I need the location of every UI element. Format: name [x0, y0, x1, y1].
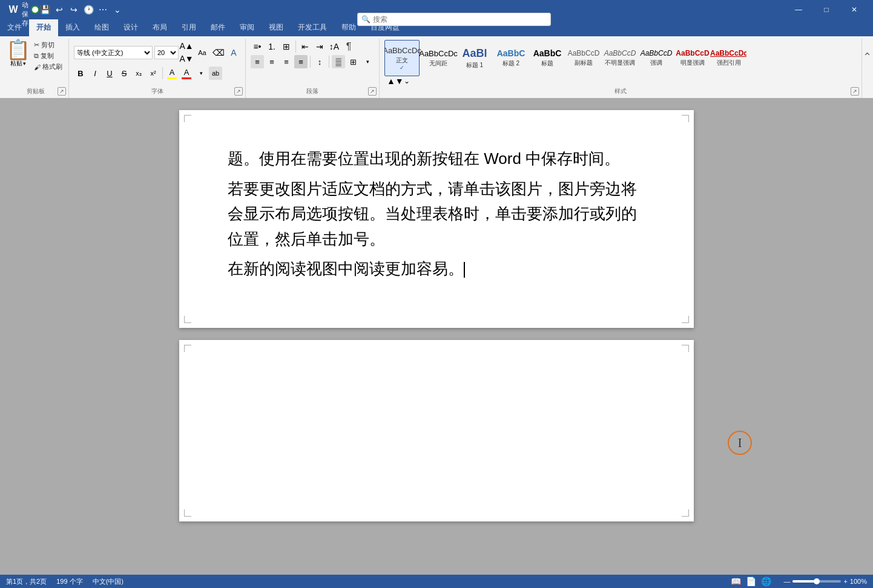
- style-normal[interactable]: AaBbCcDc 正文 ✓: [384, 40, 420, 76]
- copy-button[interactable]: ⧉ 复制: [31, 51, 65, 61]
- ribbon-collapse-button[interactable]: ⌃: [862, 39, 872, 75]
- font-color-bar: [182, 77, 191, 79]
- search-input[interactable]: [373, 15, 547, 24]
- cut-button[interactable]: ✂ 剪切: [31, 40, 65, 50]
- decrease-indent-button[interactable]: ⇤: [298, 40, 312, 53]
- redo-button[interactable]: ↪: [68, 4, 80, 16]
- paste-button[interactable]: 📋 粘贴 ▾: [6, 40, 30, 68]
- text-effects-button[interactable]: A: [227, 46, 240, 59]
- character-shading-button[interactable]: ab: [209, 67, 222, 80]
- style-heading1[interactable]: AaBl 标题 1: [457, 40, 492, 76]
- subscript-button[interactable]: x₂: [132, 67, 145, 80]
- styles-scroll-up[interactable]: ▲: [387, 76, 395, 86]
- tab-developer[interactable]: 开发工具: [291, 19, 334, 36]
- underline-button[interactable]: U: [103, 67, 116, 80]
- minimize-button[interactable]: —: [785, 0, 812, 19]
- page-2: [179, 340, 694, 521]
- superscript-button[interactable]: x²: [147, 67, 160, 80]
- format-painter-button[interactable]: 🖌 格式刷: [31, 62, 65, 72]
- styles-nav: ▲ ▼ ⌄: [387, 76, 410, 86]
- tab-design[interactable]: 设计: [116, 19, 145, 36]
- highlight-color-bar: [167, 77, 177, 79]
- zoom-out-button[interactable]: —: [783, 578, 790, 585]
- tab-home[interactable]: 开始: [29, 19, 58, 36]
- style-subtitle[interactable]: AaBbCcD 副标题: [566, 40, 601, 76]
- borders-button[interactable]: ⊞: [346, 55, 360, 68]
- tab-review[interactable]: 审阅: [232, 19, 262, 36]
- style-more[interactable]: AaBbCcDc 强烈引用: [711, 40, 746, 76]
- maximize-button[interactable]: □: [812, 0, 840, 19]
- paragraph-dialog-launcher[interactable]: ↗: [368, 87, 377, 96]
- customize-toolbar[interactable]: ⋯: [97, 4, 109, 16]
- font-size-increase-button[interactable]: A▲: [180, 40, 193, 52]
- font-size-decrease-button[interactable]: A▼: [180, 53, 193, 65]
- style-emphasis[interactable]: AaBbCcD 强调: [639, 40, 674, 76]
- bullets-button[interactable]: ≡•: [251, 40, 264, 53]
- page2-corner-tl: [184, 345, 191, 352]
- more-commands[interactable]: ⌄: [111, 4, 124, 16]
- style-strong-label: 明显强调: [680, 59, 705, 67]
- font-color-button[interactable]: A: [180, 67, 193, 80]
- clipboard-dialog-launcher[interactable]: ↗: [58, 87, 66, 96]
- align-center-button[interactable]: ≡: [265, 55, 278, 68]
- tab-draw[interactable]: 绘图: [87, 19, 116, 36]
- page2-corner-bl: [184, 509, 191, 517]
- auto-save-info[interactable]: 🕐: [82, 4, 94, 16]
- style-strong-emphasis[interactable]: AaBbCcD 明显强调: [675, 40, 710, 76]
- style-heading[interactable]: AaBbC 标题: [530, 40, 565, 76]
- strikethrough-button[interactable]: S: [117, 67, 131, 80]
- font-size-buttons: A▲ A▼: [180, 40, 193, 65]
- style-emphasis-label: 强调: [650, 59, 662, 67]
- font-dialog-launcher[interactable]: ↗: [234, 87, 243, 96]
- zoom-in-button[interactable]: +: [843, 578, 847, 585]
- styles-dialog-launcher[interactable]: ↗: [851, 87, 859, 96]
- tab-mailings[interactable]: 邮件: [203, 19, 232, 36]
- tab-file[interactable]: 文件: [0, 19, 29, 36]
- tab-insert[interactable]: 插入: [58, 19, 87, 36]
- italic-button[interactable]: I: [88, 67, 102, 80]
- paste-dropdown-icon[interactable]: ▾: [23, 60, 26, 67]
- style-heading2[interactable]: AaBbC 标题 2: [493, 40, 529, 76]
- align-left-button[interactable]: ≡: [251, 55, 264, 68]
- multilevel-list-button[interactable]: ⊞: [280, 40, 293, 53]
- bold-button[interactable]: B: [74, 67, 87, 80]
- align-right-button[interactable]: ≡: [280, 55, 293, 68]
- clear-formatting-button[interactable]: ⌫: [212, 46, 225, 59]
- font-size-select[interactable]: 20: [154, 46, 179, 59]
- copy-icon: ⧉: [34, 52, 39, 60]
- show-formatting-button[interactable]: ¶: [342, 40, 355, 53]
- line-spacing-button[interactable]: ↕: [313, 55, 326, 68]
- print-layout-button[interactable]: 📄: [746, 577, 756, 586]
- style-subtle-emphasis[interactable]: AaBbCcD 不明显强调: [602, 40, 637, 76]
- style-heading1-label: 标题 1: [466, 61, 483, 70]
- change-case-button[interactable]: Aa: [194, 46, 210, 59]
- zoom-slider[interactable]: [792, 580, 841, 583]
- tab-references[interactable]: 引用: [174, 19, 203, 36]
- tab-layout[interactable]: 布局: [145, 19, 174, 36]
- style-emphasis-preview: AaBbCcD: [641, 49, 673, 57]
- search-bar[interactable]: 🔍: [357, 13, 551, 26]
- numbering-button[interactable]: 1.: [265, 40, 278, 53]
- font-name-select[interactable]: 等线 (中文正文): [74, 46, 153, 59]
- tab-view[interactable]: 视图: [262, 19, 291, 36]
- style-no-spacing[interactable]: AaBbCcDc 无间距: [421, 40, 456, 76]
- borders-dropdown[interactable]: ▾: [361, 55, 374, 68]
- font-group: 等线 (中文正文) 20 A▲ A▼ Aa ⌫ A B I U: [69, 39, 246, 98]
- font-color-dropdown[interactable]: ▾: [194, 67, 208, 80]
- web-layout-button[interactable]: 🌐: [761, 577, 771, 586]
- autosave-toggle[interactable]: 自动保存: [24, 4, 36, 16]
- save-button[interactable]: 💾: [39, 4, 51, 16]
- undo-button[interactable]: ↩: [53, 4, 65, 16]
- page-1-content[interactable]: 题。使用在需要位置出现的新按钮在 Word 中保存时间。 若要更改图片适应文档的…: [228, 146, 645, 282]
- close-button[interactable]: ✕: [840, 0, 868, 19]
- document-area[interactable]: 题。使用在需要位置出现的新按钮在 Word 中保存时间。 若要更改图片适应文档的…: [0, 98, 873, 583]
- styles-scroll-down[interactable]: ▼: [395, 76, 404, 86]
- read-mode-button[interactable]: 📖: [731, 577, 741, 586]
- increase-indent-button[interactable]: ⇥: [313, 40, 326, 53]
- shading-button[interactable]: ▒: [332, 55, 345, 68]
- sort-button[interactable]: ↕A: [328, 40, 341, 53]
- style-normal-preview: AaBbCcDc: [384, 46, 421, 55]
- justify-button[interactable]: ≡: [294, 55, 308, 68]
- styles-more-button[interactable]: ⌄: [404, 77, 410, 85]
- text-highlight-button[interactable]: A: [165, 67, 179, 80]
